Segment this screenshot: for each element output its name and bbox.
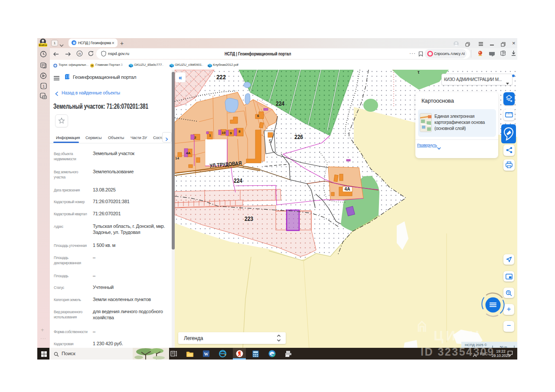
svg-text:10: 10 <box>222 131 225 135</box>
svg-text:9: 9 <box>230 131 232 135</box>
svg-text:Я: Я <box>78 52 81 56</box>
svg-text:14: 14 <box>175 156 179 160</box>
svg-text:8: 8 <box>238 130 241 133</box>
svg-text:224: 224 <box>234 177 242 184</box>
svg-text:4А: 4А <box>186 151 190 155</box>
svg-text:222: 222 <box>216 73 226 81</box>
svg-text:6: 6 <box>257 114 259 118</box>
svg-text:1: 1 <box>209 133 211 137</box>
svg-text:«: « <box>179 74 182 81</box>
svg-text:224: 224 <box>276 100 284 107</box>
svg-text:5: 5 <box>269 139 271 144</box>
svg-text:226: 226 <box>294 133 303 140</box>
svg-text:τ: τ <box>418 70 420 75</box>
svg-text:4А: 4А <box>345 187 350 191</box>
svg-text:1: 1 <box>42 84 45 88</box>
svg-text:W: W <box>204 352 209 356</box>
svg-text:223: 223 <box>245 215 253 222</box>
svg-text:2: 2 <box>194 136 196 139</box>
